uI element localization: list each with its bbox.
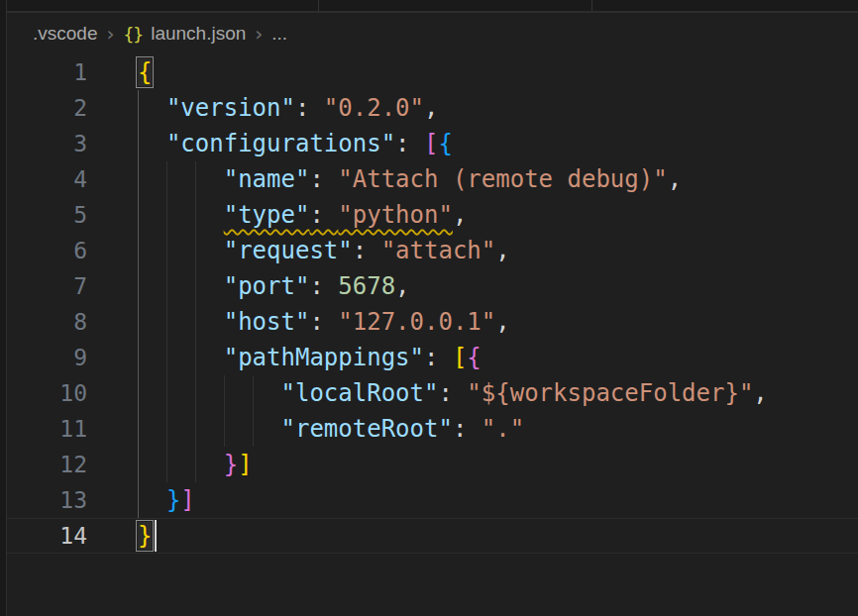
line-number[interactable]: 8 bbox=[0, 304, 87, 340]
code-token: , bbox=[495, 237, 509, 264]
tab-bar bbox=[0, 0, 858, 13]
indent-guide bbox=[166, 340, 167, 375]
text-cursor bbox=[155, 520, 157, 552]
code-content: } bbox=[138, 518, 152, 554]
code-content: "localRoot": "${workspaceFolder}", bbox=[138, 375, 768, 411]
indent-guide bbox=[253, 411, 254, 447]
code-line[interactable]: 7 "port": 5678, bbox=[0, 268, 858, 304]
code-line[interactable]: 2 "version": "0.2.0", bbox=[0, 90, 858, 126]
code-token: "pathMappings" bbox=[224, 344, 424, 371]
code-token: : bbox=[295, 94, 324, 122]
code-token: : bbox=[309, 272, 338, 300]
code-token: , bbox=[453, 201, 467, 229]
code-line[interactable]: 13 }] bbox=[0, 482, 858, 518]
line-number[interactable]: 14 bbox=[0, 518, 87, 554]
code-token: { bbox=[467, 344, 481, 371]
indent-guide bbox=[253, 375, 254, 411]
indent-guide bbox=[138, 126, 139, 161]
code-token: , bbox=[424, 94, 438, 122]
line-number[interactable]: 3 bbox=[0, 126, 87, 161]
code-line[interactable]: 8 "host": "127.0.0.1", bbox=[0, 304, 858, 340]
code-content: "type": "python", bbox=[138, 197, 467, 233]
line-number[interactable]: 2 bbox=[0, 90, 87, 126]
line-number[interactable]: 9 bbox=[0, 340, 87, 375]
editor[interactable]: 1{2 "version": "0.2.0",3 "configurations… bbox=[0, 54, 858, 554]
code-line[interactable]: 4 "name": "Attach (remote debug)", bbox=[0, 161, 858, 197]
code-token: : bbox=[309, 201, 338, 229]
indent-guide bbox=[138, 411, 139, 447]
code-token: "version" bbox=[166, 94, 295, 122]
code-token: "type" bbox=[224, 201, 310, 229]
tab-segment-2[interactable] bbox=[319, 0, 592, 11]
indent-guide bbox=[138, 233, 139, 268]
line-number[interactable]: 4 bbox=[0, 161, 87, 197]
breadcrumb: .vscode › {} launch.json › ... bbox=[0, 13, 858, 54]
indent-guide bbox=[166, 411, 167, 447]
line-number[interactable]: 13 bbox=[0, 482, 87, 518]
chevron-right-icon: › bbox=[255, 22, 263, 46]
indent-guide bbox=[166, 161, 167, 197]
code-line[interactable]: 14} bbox=[0, 518, 858, 554]
code-line[interactable]: 6 "request": "attach", bbox=[0, 233, 858, 268]
code-token: "name" bbox=[224, 165, 310, 193]
indent-guide bbox=[195, 268, 196, 304]
code-token: : bbox=[309, 165, 338, 193]
breadcrumb-symbol-ellipsis[interactable]: ... bbox=[271, 23, 287, 45]
code-token: ] bbox=[180, 486, 194, 514]
code-token: "python" bbox=[338, 201, 453, 229]
indent-guide bbox=[138, 90, 139, 126]
code-token bbox=[138, 94, 166, 122]
indent-guide bbox=[195, 304, 196, 340]
warning-squiggle: "type": "python" bbox=[224, 201, 453, 229]
code-token bbox=[138, 344, 224, 371]
code-token: [ bbox=[453, 344, 467, 371]
code-token bbox=[138, 165, 224, 193]
indent-guide bbox=[166, 197, 167, 233]
code-token: : bbox=[424, 344, 453, 371]
code-line[interactable]: 3 "configurations": [{ bbox=[0, 126, 858, 161]
indent-guide bbox=[166, 233, 167, 268]
line-number[interactable]: 1 bbox=[0, 54, 87, 90]
code-line[interactable]: 5 "type": "python", bbox=[0, 197, 858, 233]
code-content: "configurations": [{ bbox=[138, 126, 453, 161]
line-number[interactable]: 7 bbox=[0, 268, 87, 304]
chevron-right-icon: › bbox=[106, 22, 114, 46]
code-token: 5678 bbox=[338, 272, 395, 300]
line-number[interactable]: 12 bbox=[0, 447, 87, 482]
code-line[interactable]: 10 "localRoot": "${workspaceFolder}", bbox=[0, 375, 858, 411]
code-token: "0.2.0" bbox=[324, 94, 424, 122]
code-token: , bbox=[495, 308, 509, 336]
breadcrumb-file-label: launch.json bbox=[151, 23, 246, 45]
code-token bbox=[138, 415, 281, 443]
code-token: "remoteRoot" bbox=[281, 415, 453, 443]
line-number[interactable]: 5 bbox=[0, 197, 87, 233]
tab-segment-3[interactable] bbox=[592, 0, 858, 11]
code-line[interactable]: 12 }] bbox=[0, 447, 858, 482]
breadcrumb-file[interactable]: {} launch.json bbox=[123, 23, 246, 45]
code-token bbox=[138, 272, 224, 300]
indent-guide bbox=[166, 268, 167, 304]
code-token: , bbox=[395, 272, 409, 300]
indent-guide bbox=[138, 304, 139, 340]
code-line[interactable]: 11 "remoteRoot": "." bbox=[0, 411, 858, 447]
code-token bbox=[138, 308, 224, 336]
code-token: "host" bbox=[224, 308, 310, 336]
json-braces-icon: {} bbox=[123, 24, 143, 45]
indent-guide bbox=[166, 447, 167, 482]
breadcrumb-folder[interactable]: .vscode bbox=[33, 23, 97, 45]
indent-guide bbox=[195, 340, 196, 375]
code-token: "request" bbox=[224, 237, 353, 264]
indent-guide bbox=[138, 447, 139, 482]
code-line[interactable]: 1{ bbox=[0, 54, 858, 90]
code-token: , bbox=[668, 165, 682, 193]
line-number[interactable]: 6 bbox=[0, 233, 87, 268]
code-lines: 1{2 "version": "0.2.0",3 "configurations… bbox=[0, 54, 858, 554]
code-token: "." bbox=[482, 415, 524, 443]
code-line[interactable]: 9 "pathMappings": [{ bbox=[0, 340, 858, 375]
tab-segment-1[interactable] bbox=[0, 0, 319, 11]
indent-guide bbox=[195, 447, 196, 482]
code-token: } bbox=[224, 451, 238, 478]
code-content: "request": "attach", bbox=[138, 233, 510, 268]
line-number[interactable]: 10 bbox=[0, 375, 87, 411]
line-number[interactable]: 11 bbox=[0, 411, 87, 447]
